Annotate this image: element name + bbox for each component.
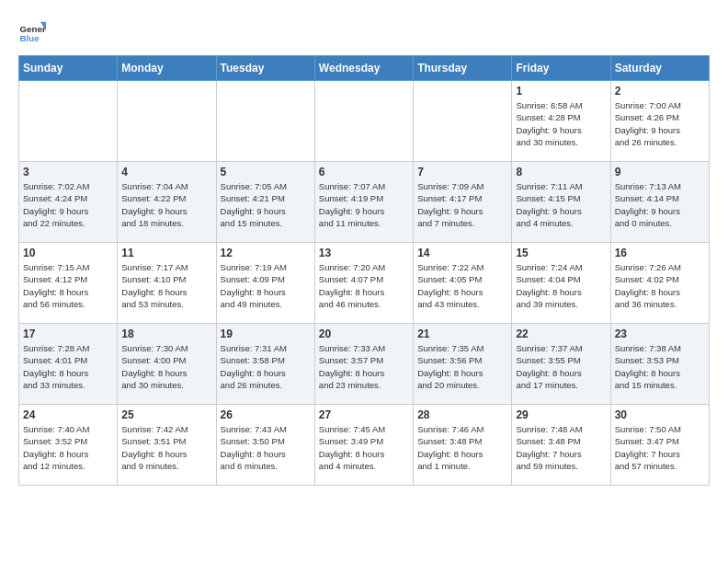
weekday-header: Tuesday	[216, 56, 314, 81]
calendar-cell: 18Sunrise: 7:30 AM Sunset: 4:00 PM Dayli…	[118, 324, 216, 405]
calendar-cell: 13Sunrise: 7:20 AM Sunset: 4:07 PM Dayli…	[314, 243, 413, 324]
calendar-cell: 14Sunrise: 7:22 AM Sunset: 4:05 PM Dayli…	[414, 243, 512, 324]
calendar-week-row: 10Sunrise: 7:15 AM Sunset: 4:12 PM Dayli…	[19, 243, 710, 324]
day-info: Sunrise: 7:45 AM Sunset: 3:49 PM Dayligh…	[319, 423, 409, 472]
calendar-header-row: SundayMondayTuesdayWednesdayThursdayFrid…	[19, 56, 710, 81]
calendar-cell: 6Sunrise: 7:07 AM Sunset: 4:19 PM Daylig…	[314, 162, 413, 243]
day-info: Sunrise: 7:40 AM Sunset: 3:52 PM Dayligh…	[23, 423, 113, 472]
day-info: Sunrise: 7:37 AM Sunset: 3:55 PM Dayligh…	[516, 342, 606, 391]
day-info: Sunrise: 7:04 AM Sunset: 4:22 PM Dayligh…	[121, 180, 211, 229]
day-number: 26	[221, 408, 311, 421]
day-number: 6	[319, 166, 409, 178]
day-info: Sunrise: 7:42 AM Sunset: 3:51 PM Dayligh…	[121, 423, 211, 472]
calendar-table: SundayMondayTuesdayWednesdayThursdayFrid…	[18, 55, 710, 486]
day-number: 14	[417, 247, 507, 259]
day-number: 7	[417, 166, 507, 178]
calendar-cell: 4Sunrise: 7:04 AM Sunset: 4:22 PM Daylig…	[118, 162, 216, 243]
calendar-cell: 16Sunrise: 7:26 AM Sunset: 4:02 PM Dayli…	[610, 243, 709, 324]
day-number: 15	[516, 247, 606, 259]
day-info: Sunrise: 7:43 AM Sunset: 3:50 PM Dayligh…	[221, 423, 311, 472]
calendar-cell: 30Sunrise: 7:50 AM Sunset: 3:47 PM Dayli…	[610, 405, 709, 486]
calendar-cell: 26Sunrise: 7:43 AM Sunset: 3:50 PM Dayli…	[216, 405, 314, 486]
day-number: 10	[23, 247, 113, 259]
calendar-cell: 5Sunrise: 7:05 AM Sunset: 4:21 PM Daylig…	[216, 162, 314, 243]
weekday-header: Saturday	[610, 56, 709, 81]
calendar-cell	[118, 81, 216, 162]
calendar-cell: 24Sunrise: 7:40 AM Sunset: 3:52 PM Dayli…	[19, 405, 118, 486]
day-number: 17	[23, 327, 113, 340]
day-info: Sunrise: 7:30 AM Sunset: 4:00 PM Dayligh…	[121, 342, 211, 391]
day-info: Sunrise: 7:15 AM Sunset: 4:12 PM Dayligh…	[23, 261, 113, 310]
day-number: 30	[615, 408, 705, 421]
day-info: Sunrise: 7:31 AM Sunset: 3:58 PM Dayligh…	[221, 342, 311, 391]
calendar-cell: 7Sunrise: 7:09 AM Sunset: 4:17 PM Daylig…	[414, 162, 512, 243]
day-number: 4	[121, 166, 211, 178]
day-number: 22	[516, 327, 606, 340]
day-info: Sunrise: 7:19 AM Sunset: 4:09 PM Dayligh…	[221, 261, 311, 310]
day-number: 2	[615, 85, 705, 98]
day-info: Sunrise: 7:00 AM Sunset: 4:26 PM Dayligh…	[615, 99, 705, 148]
day-number: 23	[615, 327, 705, 340]
page-header: General Blue	[18, 18, 710, 46]
svg-text:Blue: Blue	[20, 33, 40, 43]
day-number: 28	[417, 408, 507, 421]
day-number: 29	[516, 408, 606, 421]
calendar-cell: 21Sunrise: 7:35 AM Sunset: 3:56 PM Dayli…	[414, 324, 512, 405]
calendar-week-row: 3Sunrise: 7:02 AM Sunset: 4:24 PM Daylig…	[19, 162, 710, 243]
weekday-header: Thursday	[414, 56, 512, 81]
day-info: Sunrise: 7:05 AM Sunset: 4:21 PM Dayligh…	[221, 180, 311, 229]
day-number: 5	[221, 166, 311, 178]
calendar-cell: 29Sunrise: 7:48 AM Sunset: 3:48 PM Dayli…	[512, 405, 610, 486]
calendar-week-row: 24Sunrise: 7:40 AM Sunset: 3:52 PM Dayli…	[19, 405, 710, 486]
day-number: 18	[121, 327, 211, 340]
day-info: Sunrise: 7:22 AM Sunset: 4:05 PM Dayligh…	[417, 261, 507, 310]
calendar-cell: 28Sunrise: 7:46 AM Sunset: 3:48 PM Dayli…	[414, 405, 512, 486]
day-info: Sunrise: 7:38 AM Sunset: 3:53 PM Dayligh…	[615, 342, 705, 391]
day-info: Sunrise: 7:20 AM Sunset: 4:07 PM Dayligh…	[319, 261, 409, 310]
calendar-cell: 20Sunrise: 7:33 AM Sunset: 3:57 PM Dayli…	[314, 324, 413, 405]
calendar-cell: 19Sunrise: 7:31 AM Sunset: 3:58 PM Dayli…	[216, 324, 314, 405]
day-info: Sunrise: 7:26 AM Sunset: 4:02 PM Dayligh…	[615, 261, 705, 310]
day-number: 1	[516, 85, 606, 98]
weekday-header: Monday	[118, 56, 216, 81]
day-info: Sunrise: 7:11 AM Sunset: 4:15 PM Dayligh…	[516, 180, 606, 229]
calendar-cell: 10Sunrise: 7:15 AM Sunset: 4:12 PM Dayli…	[19, 243, 118, 324]
day-info: Sunrise: 6:58 AM Sunset: 4:28 PM Dayligh…	[516, 99, 606, 148]
day-number: 11	[121, 247, 211, 259]
calendar-cell	[19, 81, 118, 162]
calendar-cell: 22Sunrise: 7:37 AM Sunset: 3:55 PM Dayli…	[512, 324, 610, 405]
weekday-header: Wednesday	[314, 56, 413, 81]
calendar-cell: 15Sunrise: 7:24 AM Sunset: 4:04 PM Dayli…	[512, 243, 610, 324]
day-info: Sunrise: 7:46 AM Sunset: 3:48 PM Dayligh…	[417, 423, 507, 472]
day-number: 12	[221, 247, 311, 259]
calendar-cell: 27Sunrise: 7:45 AM Sunset: 3:49 PM Dayli…	[314, 405, 413, 486]
calendar-week-row: 17Sunrise: 7:28 AM Sunset: 4:01 PM Dayli…	[19, 324, 710, 405]
calendar-cell	[414, 81, 512, 162]
day-info: Sunrise: 7:35 AM Sunset: 3:56 PM Dayligh…	[417, 342, 507, 391]
weekday-header: Sunday	[19, 56, 118, 81]
calendar-cell: 8Sunrise: 7:11 AM Sunset: 4:15 PM Daylig…	[512, 162, 610, 243]
day-info: Sunrise: 7:02 AM Sunset: 4:24 PM Dayligh…	[23, 180, 113, 229]
day-info: Sunrise: 7:48 AM Sunset: 3:48 PM Dayligh…	[516, 423, 606, 472]
day-number: 24	[23, 408, 113, 421]
calendar-cell	[314, 81, 413, 162]
day-number: 13	[319, 247, 409, 259]
day-number: 3	[23, 166, 113, 178]
calendar-cell: 3Sunrise: 7:02 AM Sunset: 4:24 PM Daylig…	[19, 162, 118, 243]
calendar-cell: 25Sunrise: 7:42 AM Sunset: 3:51 PM Dayli…	[118, 405, 216, 486]
day-number: 16	[615, 247, 705, 259]
day-info: Sunrise: 7:24 AM Sunset: 4:04 PM Dayligh…	[516, 261, 606, 310]
day-info: Sunrise: 7:28 AM Sunset: 4:01 PM Dayligh…	[23, 342, 113, 391]
calendar-cell: 23Sunrise: 7:38 AM Sunset: 3:53 PM Dayli…	[610, 324, 709, 405]
day-number: 8	[516, 166, 606, 178]
day-number: 20	[319, 327, 409, 340]
day-number: 19	[221, 327, 311, 340]
logo-icon: General Blue	[18, 18, 46, 46]
logo: General Blue	[18, 18, 46, 46]
day-number: 27	[319, 408, 409, 421]
day-number: 25	[121, 408, 211, 421]
calendar-cell: 17Sunrise: 7:28 AM Sunset: 4:01 PM Dayli…	[19, 324, 118, 405]
calendar-week-row: 1Sunrise: 6:58 AM Sunset: 4:28 PM Daylig…	[19, 81, 710, 162]
calendar-cell	[216, 81, 314, 162]
day-info: Sunrise: 7:33 AM Sunset: 3:57 PM Dayligh…	[319, 342, 409, 391]
